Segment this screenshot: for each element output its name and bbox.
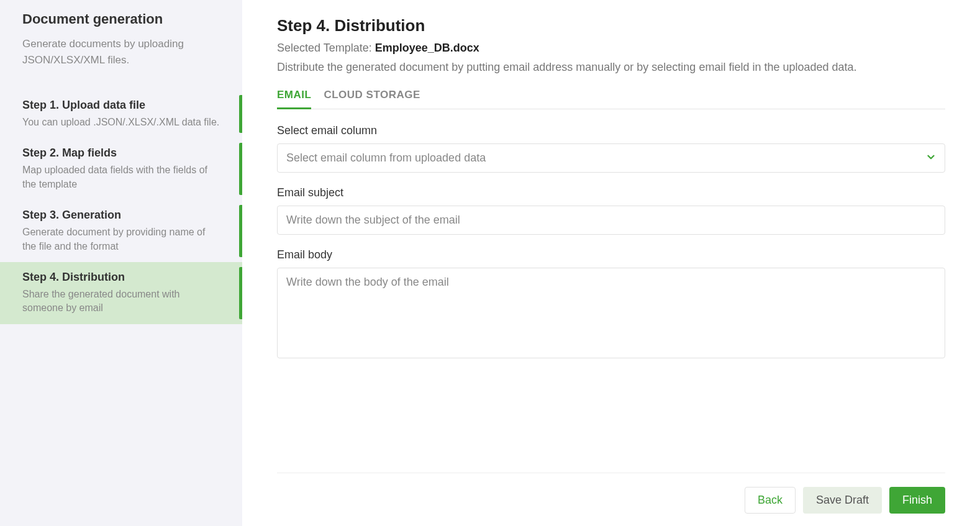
- step-desc: Generate document by providing name of t…: [22, 225, 220, 253]
- selected-template-label: Selected Template:: [277, 42, 375, 54]
- step-title: Step 3. Generation: [22, 209, 220, 222]
- email-body-textarea[interactable]: [277, 268, 945, 358]
- select-email-column-group: Select email column Select email column …: [277, 124, 945, 173]
- sidebar-subtitle: Generate documents by uploading JSON/XLS…: [22, 36, 220, 68]
- footer-actions: Back Save Draft Finish: [277, 473, 945, 514]
- finish-button[interactable]: Finish: [889, 487, 945, 514]
- step-1-upload[interactable]: Step 1. Upload data file You can upload …: [0, 90, 242, 138]
- sidebar-header: Document generation Generate documents b…: [0, 0, 242, 85]
- save-draft-button[interactable]: Save Draft: [803, 487, 882, 514]
- step-title: Step 4. Distribution: [22, 271, 220, 284]
- step-2-map-fields[interactable]: Step 2. Map fields Map uploaded data fie…: [0, 138, 242, 200]
- steps-list: Step 1. Upload data file You can upload …: [0, 85, 242, 324]
- step-desc: You can upload .JSON/.XLSX/.XML data fil…: [22, 116, 220, 129]
- step-3-generation[interactable]: Step 3. Generation Generate document by …: [0, 200, 242, 262]
- tab-email[interactable]: EMAIL: [277, 89, 311, 109]
- main-panel: Step 4. Distribution Selected Template: …: [242, 0, 980, 526]
- step-title: Step 2. Map fields: [22, 147, 220, 160]
- email-body-group: Email body: [277, 248, 945, 361]
- email-subject-group: Email subject: [277, 186, 945, 235]
- select-email-column-label: Select email column: [277, 124, 945, 137]
- distribution-tabs: EMAIL CLOUD STORAGE: [277, 89, 945, 109]
- step-4-distribution[interactable]: Step 4. Distribution Share the generated…: [0, 262, 242, 324]
- step-desc: Share the generated document with someon…: [22, 288, 220, 315]
- email-body-label: Email body: [277, 248, 945, 261]
- email-subject-label: Email subject: [277, 186, 945, 199]
- tab-cloud-storage[interactable]: CLOUD STORAGE: [324, 89, 420, 109]
- step-desc: Map uploaded data fields with the fields…: [22, 163, 220, 191]
- page-title: Step 4. Distribution: [277, 16, 945, 35]
- email-subject-input[interactable]: [277, 206, 945, 235]
- sidebar: Document generation Generate documents b…: [0, 0, 242, 526]
- select-email-column-wrap: Select email column from uploaded data: [277, 143, 945, 173]
- back-button[interactable]: Back: [745, 487, 796, 514]
- selected-template-row: Selected Template: Employee_DB.docx: [277, 42, 945, 55]
- page-description: Distribute the generated document by put…: [277, 61, 945, 74]
- select-placeholder: Select email column from uploaded data: [286, 152, 486, 165]
- selected-template-name: Employee_DB.docx: [375, 42, 479, 54]
- step-title: Step 1. Upload data file: [22, 99, 220, 112]
- select-email-column-dropdown[interactable]: Select email column from uploaded data: [277, 143, 945, 173]
- sidebar-title: Document generation: [22, 11, 220, 27]
